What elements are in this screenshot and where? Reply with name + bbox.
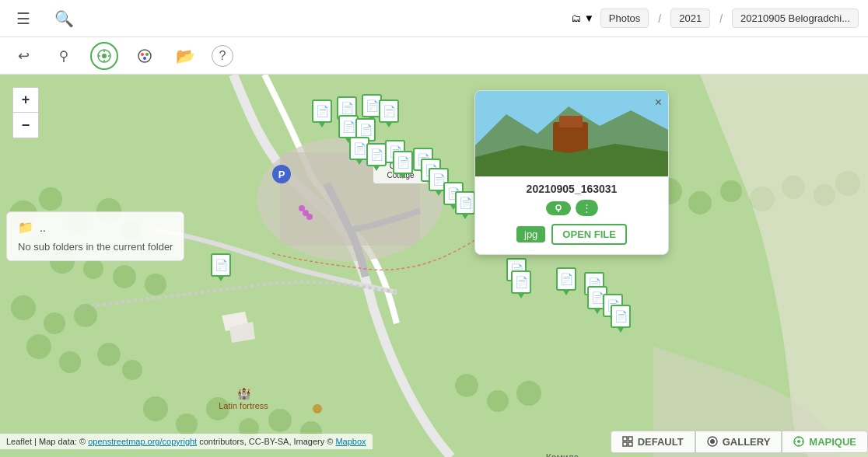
back-button[interactable]: ↩ bbox=[9, 42, 37, 70]
svg-rect-75 bbox=[628, 442, 632, 446]
mapbox-link[interactable]: Mapbox bbox=[335, 437, 366, 446]
target-button[interactable] bbox=[90, 42, 118, 70]
svg-text:🏰: 🏰 bbox=[237, 387, 251, 400]
svg-point-54 bbox=[487, 390, 509, 412]
breadcrumb-year[interactable]: 2021 bbox=[670, 9, 710, 28]
breadcrumb-sep2: / bbox=[719, 12, 723, 25]
folder-dropdown-icon: ▼ bbox=[584, 12, 594, 24]
folder-panel-icon: 📁 bbox=[18, 220, 33, 235]
zoom-in-button[interactable]: + bbox=[13, 88, 38, 113]
search-button[interactable]: 🔍 bbox=[50, 5, 78, 33]
help-button[interactable]: ? bbox=[212, 45, 233, 67]
svg-point-47 bbox=[143, 396, 168, 421]
svg-point-29 bbox=[11, 295, 36, 320]
svg-point-34 bbox=[97, 343, 121, 366]
mode-default-button[interactable]: DEFAULT bbox=[611, 431, 695, 453]
popup-close-button[interactable]: × bbox=[655, 96, 662, 110]
zoom-controls: + − bbox=[12, 87, 39, 138]
leaflet-text: Leaflet bbox=[6, 437, 32, 446]
folder-panel-status: No sub folders in the current folder bbox=[18, 241, 173, 253]
svg-rect-72 bbox=[623, 437, 627, 441]
svg-point-31 bbox=[74, 304, 97, 327]
svg-text:Камила: Камила bbox=[546, 452, 579, 457]
map-mode-buttons: DEFAULT GALLERY MAPIQUE bbox=[611, 431, 868, 453]
photo-marker[interactable]: 📄 bbox=[310, 99, 334, 127]
popup-title: 20210905_163031 bbox=[475, 183, 668, 195]
svg-rect-74 bbox=[623, 442, 627, 446]
svg-point-65 bbox=[313, 404, 322, 413]
map-container[interactable]: P Castle Cottage bbox=[0, 75, 868, 457]
popup-image bbox=[475, 91, 668, 176]
svg-point-2 bbox=[102, 54, 107, 58]
zoom-out-button[interactable]: − bbox=[13, 113, 38, 138]
svg-point-27 bbox=[113, 265, 136, 288]
folder-panel-parent: .. bbox=[40, 222, 46, 234]
svg-point-8 bbox=[141, 53, 144, 56]
svg-point-71 bbox=[556, 205, 561, 210]
popup-badges: ⋮ bbox=[475, 200, 668, 216]
svg-point-33 bbox=[59, 351, 81, 373]
open-file-button[interactable]: OPEN FILE bbox=[551, 224, 627, 245]
breadcrumb-photos[interactable]: Photos bbox=[600, 9, 649, 28]
top-toolbar: ☰ 🔍 🗂 ▼ Photos / 2021 / 20210905 Belogra… bbox=[0, 0, 868, 37]
folder-selector-button[interactable]: 🗂 ▼ bbox=[571, 12, 594, 24]
photo-marker[interactable]: 📄 bbox=[554, 267, 579, 295]
folder-panel: 📁 .. No sub folders in the current folde… bbox=[6, 211, 184, 261]
osm-link[interactable]: openstreetmap.org/copyright bbox=[88, 437, 197, 446]
svg-text:Latin fortress: Latin fortress bbox=[219, 401, 268, 410]
svg-rect-69 bbox=[559, 116, 583, 127]
svg-point-48 bbox=[176, 413, 198, 435]
location-button[interactable] bbox=[50, 42, 78, 70]
svg-point-77 bbox=[710, 439, 715, 444]
photo-popup: × 20210905_163031 ⋮ jpg OPEN F bbox=[474, 90, 669, 255]
svg-rect-73 bbox=[628, 437, 632, 441]
mode-mapique-label: MAPIQUE bbox=[809, 436, 856, 448]
svg-point-35 bbox=[122, 360, 142, 380]
svg-point-20 bbox=[39, 187, 62, 211]
svg-point-30 bbox=[44, 312, 65, 334]
folder-icon: 🗂 bbox=[571, 12, 581, 24]
second-toolbar: ↩ 📂 ? bbox=[0, 37, 868, 75]
menu-button[interactable]: ☰ bbox=[9, 5, 37, 33]
svg-point-41 bbox=[688, 191, 712, 215]
svg-text:P: P bbox=[278, 169, 285, 180]
osm-text: contributors, CC-BY-SA, Imagery © bbox=[199, 437, 335, 446]
svg-point-9 bbox=[145, 53, 149, 56]
svg-point-0 bbox=[61, 51, 67, 58]
credit-separator: | Map data: © bbox=[34, 437, 88, 446]
map-background: P Castle Cottage bbox=[0, 75, 868, 457]
svg-point-26 bbox=[83, 259, 103, 279]
svg-point-64 bbox=[306, 214, 313, 220]
svg-point-55 bbox=[516, 381, 541, 406]
folder-view-button[interactable]: 📂 bbox=[171, 42, 199, 70]
popup-more-badge[interactable]: ⋮ bbox=[576, 200, 598, 216]
photo-marker[interactable]: 📄 bbox=[208, 253, 233, 281]
palette-button[interactable] bbox=[131, 42, 159, 70]
leaflet-credit: Leaflet | Map data: © openstreetmap.org/… bbox=[0, 434, 373, 449]
svg-point-53 bbox=[455, 374, 478, 397]
mode-gallery-button[interactable]: GALLERY bbox=[695, 431, 782, 453]
svg-point-28 bbox=[145, 274, 166, 295]
mode-mapique-button[interactable]: MAPIQUE bbox=[782, 431, 868, 453]
svg-point-10 bbox=[143, 57, 146, 60]
svg-point-32 bbox=[26, 334, 51, 359]
svg-point-51 bbox=[268, 409, 292, 432]
mode-gallery-label: GALLERY bbox=[723, 436, 771, 448]
breadcrumb-folder[interactable]: 20210905 Belogradchi... bbox=[732, 9, 859, 28]
mode-default-label: DEFAULT bbox=[638, 436, 684, 448]
photo-marker[interactable]: 📄 bbox=[376, 99, 401, 127]
popup-actions: jpg OPEN FILE bbox=[475, 224, 668, 245]
photo-marker[interactable]: 📄 bbox=[608, 305, 633, 333]
breadcrumb-sep1: / bbox=[658, 12, 661, 25]
popup-filetype-badge: jpg bbox=[516, 226, 545, 242]
photo-marker[interactable]: 📄 bbox=[509, 270, 534, 298]
popup-location-badge[interactable] bbox=[546, 201, 571, 215]
svg-point-79 bbox=[797, 440, 800, 443]
svg-point-42 bbox=[720, 180, 742, 202]
svg-point-7 bbox=[138, 50, 151, 62]
